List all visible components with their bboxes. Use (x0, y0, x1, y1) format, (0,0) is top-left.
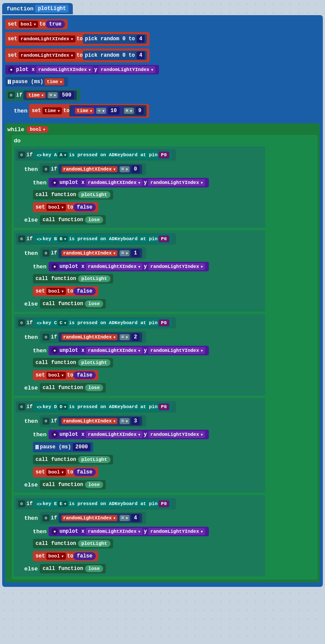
plotlight-fn-e[interactable]: plotLight (78, 540, 110, 547)
plot-y-dropdown[interactable]: randomLightYIndex (98, 66, 155, 73)
lose-fn-b[interactable]: lose (85, 300, 103, 307)
val-1-b[interactable]: 1 (131, 249, 140, 257)
bool-false-a-var[interactable]: bool (46, 204, 66, 211)
gear-icon-a2: ⚙ (42, 166, 49, 173)
bool-false-e-var[interactable]: bool (46, 553, 66, 560)
while-bool-dropdown[interactable]: bool (26, 126, 49, 133)
call-lose-a-block: call function lose (40, 215, 106, 225)
set-label-1: set (8, 21, 17, 27)
unplot-b-x[interactable]: randomLightXIndex (86, 263, 143, 270)
pin-p0-b[interactable]: P0 (159, 235, 169, 242)
bool-false-c-var[interactable]: bool (46, 372, 66, 379)
pin-p0-a[interactable]: P0 (159, 151, 169, 158)
time-gt-var[interactable]: time (26, 92, 45, 98)
val-9[interactable]: 9 (136, 107, 144, 115)
val-4-e[interactable]: 4 (131, 514, 140, 522)
unplot-e-y[interactable]: randomLightYIndex (148, 528, 205, 535)
time-set-dropdown[interactable]: time (42, 107, 62, 114)
eq-op-a[interactable]: = (120, 166, 130, 172)
val-10[interactable]: 10 (108, 107, 119, 115)
plotlight-fn-c[interactable]: plotLight (78, 359, 110, 366)
then-label-1: then (14, 108, 27, 114)
key-d-dropdown[interactable]: D (58, 404, 67, 410)
y-label-a: y (144, 180, 147, 186)
unplot-b-block: ● unplot x randomLightXIndex y randomLig… (49, 262, 209, 271)
false-val-a[interactable]: false (73, 203, 96, 211)
unplot-d-y[interactable]: randomLightYIndex (148, 431, 205, 438)
x-eq-1-var[interactable]: randomLightXIndex (62, 250, 117, 256)
eq-op-c[interactable]: = (120, 334, 130, 340)
false-val-d[interactable]: false (73, 468, 96, 476)
plotlight-fn-b[interactable]: plotLight (78, 275, 110, 282)
y-label-c: y (144, 348, 147, 354)
eq-op-d[interactable]: = (120, 418, 130, 424)
is-pressed-b: is pressed on ADKeyboard at pin (69, 236, 158, 242)
key-a-dropdown[interactable]: A (58, 152, 67, 158)
unplot-d-x[interactable]: randomLightXIndex (86, 431, 143, 438)
pin-p0-c[interactable]: P0 (159, 319, 169, 326)
bool-false-b-var[interactable]: bool (46, 288, 66, 295)
time-div-var[interactable]: time (75, 108, 94, 114)
y-label-b: y (144, 264, 147, 270)
val-3-d[interactable]: 3 (131, 417, 140, 425)
unplot-c-y[interactable]: randomLightYIndex (148, 347, 205, 354)
function-name-label[interactable]: plotLight (35, 5, 68, 13)
unplot-a-x[interactable]: randomLightXIndex (86, 179, 143, 186)
x-max-val[interactable]: 4 (136, 35, 145, 43)
key-c-dropdown[interactable]: C (58, 320, 67, 326)
eq-op-b[interactable]: = (120, 250, 130, 256)
pin-p0-e[interactable]: P0 (159, 500, 169, 507)
plot-row: ● plot x randomLightXIndex y randomLight… (5, 64, 320, 75)
pause-time-dropdown[interactable]: time (45, 78, 64, 85)
lose-fn-e[interactable]: lose (85, 565, 103, 572)
key-e-dropdown[interactable]: E (58, 501, 67, 507)
if-x-eq-2-block: ⚙ if randomLightXIndex = 2 (40, 331, 146, 343)
unplot-e-icon: ● (51, 528, 58, 535)
x-eq-0-var[interactable]: randomLightXIndex (62, 166, 117, 172)
val-0-a[interactable]: 0 (131, 165, 140, 173)
to-false-d: to (67, 469, 73, 475)
else-lose-a-row: else call function lose (24, 214, 263, 225)
if-key-d-row: ⚙ if <> key D D is pressed on ADKeyboard… (16, 400, 263, 413)
lose-fn-a[interactable]: lose (85, 216, 103, 223)
false-val-b[interactable]: false (73, 287, 96, 295)
y-index-dropdown[interactable]: randomLightYIndex (19, 52, 75, 59)
false-val-c[interactable]: false (73, 371, 96, 379)
key-b-dropdown[interactable]: B (58, 236, 67, 242)
unplot-c-x[interactable]: randomLightXIndex (86, 347, 143, 354)
time-div-block: time ÷ 10 (72, 106, 122, 116)
bool-false-d-var[interactable]: bool (46, 469, 66, 476)
gear-icon-b2: ⚙ (42, 250, 49, 257)
eq-op-e[interactable]: = (120, 515, 130, 521)
val-2000[interactable]: 2000 (73, 443, 91, 451)
if-label-1: if (16, 92, 22, 98)
do-label-row: do (14, 138, 315, 144)
lose-fn-c[interactable]: lose (85, 384, 103, 391)
x-eq-4-var[interactable]: randomLightXIndex (62, 515, 117, 521)
y-max-val[interactable]: 4 (136, 52, 145, 59)
if-key-d-label: if (26, 404, 32, 410)
true-value[interactable]: true (46, 20, 65, 28)
pin-p0-d[interactable]: P0 (159, 403, 169, 410)
bool-var-dropdown[interactable]: bool (19, 21, 38, 28)
plot-x-dropdown[interactable]: randomLightXIndex (36, 66, 93, 73)
plotlight-fn-a[interactable]: plotLight (78, 191, 110, 198)
x-index-dropdown[interactable]: randomLightXIndex (19, 35, 75, 42)
unplot-e-x[interactable]: randomLightXIndex (86, 528, 143, 535)
x-eq-2-var[interactable]: randomLightXIndex (62, 334, 117, 340)
unplot-b-y[interactable]: randomLightYIndex (148, 263, 205, 270)
div-op[interactable]: ÷ (96, 108, 106, 114)
val-2-c[interactable]: 2 (131, 333, 140, 341)
then-label-b: then (24, 250, 38, 257)
unplot-a-y[interactable]: randomLightYIndex (148, 179, 205, 186)
mult-op[interactable]: × (124, 108, 134, 114)
key-a-block: <> key A A is pressed on ADKeyboard at p… (34, 151, 172, 159)
false-val-e[interactable]: false (73, 552, 96, 560)
val-500[interactable]: 500 (59, 91, 74, 99)
gt-op[interactable]: > (48, 92, 58, 98)
then-if-x-eq-1-row: then ⚙ if randomLightXIndex = 1 (24, 246, 263, 260)
do-label: do (14, 138, 21, 144)
lose-fn-d[interactable]: lose (85, 481, 103, 488)
plotlight-fn-d[interactable]: plotLight (78, 456, 110, 463)
x-eq-3-var[interactable]: randomLightXIndex (62, 418, 117, 424)
